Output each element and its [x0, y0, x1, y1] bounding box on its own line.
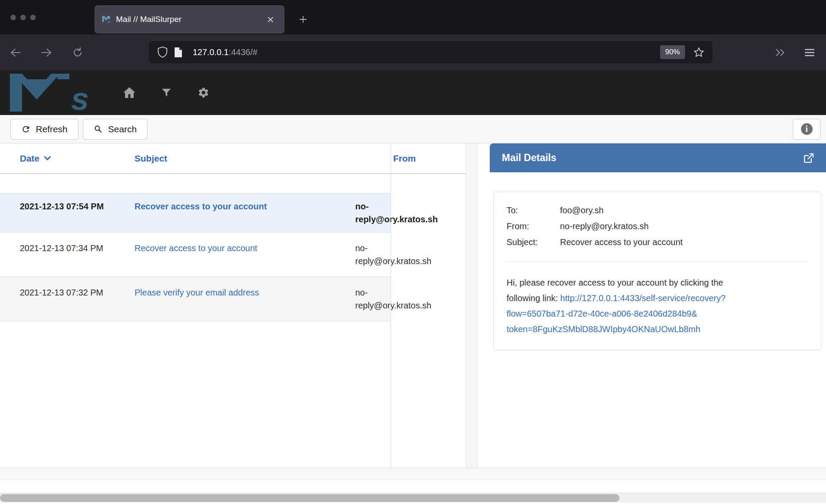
- reload-button[interactable]: [69, 44, 86, 61]
- mail-date: 2021-12-13 07:54 PM: [0, 200, 117, 226]
- bottom-band: [0, 468, 826, 479]
- column-header-from[interactable]: From: [337, 153, 466, 164]
- recovery-link-part3: token=8FguKzSMblD88JWIpby4OKNaUOwLb8mh: [507, 324, 701, 334]
- detail-from-row: From: no-reply@ory.kratos.sh: [507, 218, 808, 234]
- open-external-icon[interactable]: [803, 152, 815, 164]
- mail-details-header: Mail Details: [490, 143, 826, 172]
- menu-hamburger-icon[interactable]: [801, 44, 818, 61]
- bookmark-star-icon[interactable]: [691, 44, 707, 60]
- to-label: To:: [507, 202, 560, 218]
- horizontal-scrollbar-thumb[interactable]: [0, 494, 620, 502]
- search-label: Search: [108, 124, 137, 134]
- search-icon: [94, 124, 103, 134]
- overflow-chevrons-icon[interactable]: [772, 44, 789, 61]
- settings-gear-icon[interactable]: [196, 85, 211, 100]
- mail-subject-link[interactable]: Recover access to your account: [117, 242, 337, 268]
- svg-text:s: s: [71, 81, 89, 112]
- mail-from: no-reply@ory.kratos.sh: [337, 242, 391, 268]
- main-content: Date Subject From 2021-12-13 07:54 PM Re…: [0, 143, 826, 468]
- to-value: foo@ory.sh: [560, 202, 604, 218]
- detail-to-row: To: foo@ory.sh: [507, 202, 808, 218]
- tab-title: Mail // MailSlurper: [116, 15, 264, 24]
- info-icon: i: [801, 123, 813, 135]
- mail-from: no-reply@ory.kratos.sh: [337, 286, 391, 312]
- mail-from: no-reply@ory.kratos.sh: [337, 200, 391, 226]
- mail-body: Hi, please recover access to your accoun…: [507, 275, 757, 337]
- search-button[interactable]: Search: [83, 119, 148, 140]
- url-path: :4436/#: [228, 47, 257, 57]
- from-value: no-reply@ory.kratos.sh: [560, 218, 649, 234]
- forward-button[interactable]: [38, 44, 55, 61]
- mail-details-panel: Mail Details To: foo@ory.sh From: no-rep…: [478, 143, 826, 468]
- details-separator: [507, 261, 808, 262]
- mail-list-header: Date Subject From: [0, 143, 466, 174]
- app-toolbar: Refresh Search i: [0, 115, 826, 143]
- mail-date: 2021-12-13 07:34 PM: [0, 242, 117, 268]
- horizontal-scrollbar[interactable]: [0, 493, 826, 503]
- new-tab-button[interactable]: [295, 11, 311, 28]
- from-label: From:: [507, 218, 560, 234]
- filter-icon[interactable]: [159, 85, 174, 100]
- bottom-spacer: [0, 479, 826, 493]
- mailslurper-logo: s: [10, 74, 96, 112]
- browser-tab-bar: Mail // MailSlurper: [0, 0, 826, 34]
- mail-subject-link[interactable]: Please verify your email address: [117, 286, 337, 312]
- window-controls[interactable]: [10, 15, 36, 20]
- mailslurper-favicon: [102, 16, 111, 23]
- panel-divider: [391, 143, 391, 468]
- mail-list-panel: Date Subject From 2021-12-13 07:54 PM Re…: [0, 143, 466, 468]
- sort-chevron-down-icon: [44, 156, 51, 161]
- url-bar[interactable]: 127.0.0.1:4436/# 90%: [149, 41, 713, 63]
- tab-close-icon[interactable]: [264, 13, 277, 26]
- url-text: 127.0.0.1:4436/#: [193, 47, 660, 57]
- zoom-level-badge[interactable]: 90%: [660, 45, 685, 59]
- refresh-button[interactable]: Refresh: [10, 119, 78, 140]
- refresh-icon: [21, 124, 31, 134]
- back-button[interactable]: [7, 44, 24, 61]
- subject-label: Subject:: [507, 234, 560, 250]
- detail-subject-row: Subject: Recover access to your account: [507, 234, 808, 250]
- mail-details-title: Mail Details: [502, 152, 803, 164]
- column-header-date[interactable]: Date: [0, 153, 117, 164]
- browser-tab[interactable]: Mail // MailSlurper: [94, 5, 285, 34]
- column-header-subject[interactable]: Subject: [117, 153, 337, 164]
- browser-nav-bar: 127.0.0.1:4436/# 90%: [0, 34, 826, 70]
- recovery-link-part1: http://127.0.0.1:4433/self-service: [560, 293, 685, 303]
- mail-row[interactable]: 2021-12-13 07:54 PM Recover access to yo…: [0, 193, 391, 232]
- page-info-icon[interactable]: [170, 44, 186, 60]
- mail-row[interactable]: 2021-12-13 07:34 PM Recover access to yo…: [0, 232, 391, 277]
- home-icon[interactable]: [122, 85, 137, 100]
- mail-subject-link[interactable]: Recover access to your account: [117, 200, 337, 226]
- panel-gutter: [466, 143, 478, 468]
- subject-value: Recover access to your account: [560, 234, 683, 250]
- app-header: s: [0, 70, 826, 115]
- list-header-gap: [0, 174, 466, 193]
- shield-icon[interactable]: [155, 44, 170, 60]
- mail-row[interactable]: 2021-12-13 07:32 PM Please verify your e…: [0, 277, 391, 321]
- date-header-label: Date: [20, 153, 40, 164]
- mail-details-card: To: foo@ory.sh From: no-reply@ory.kratos…: [493, 192, 821, 350]
- info-button[interactable]: i: [793, 119, 820, 140]
- url-host: 127.0.0.1: [193, 47, 228, 57]
- mail-date: 2021-12-13 07:32 PM: [0, 286, 117, 312]
- refresh-label: Refresh: [36, 124, 68, 134]
